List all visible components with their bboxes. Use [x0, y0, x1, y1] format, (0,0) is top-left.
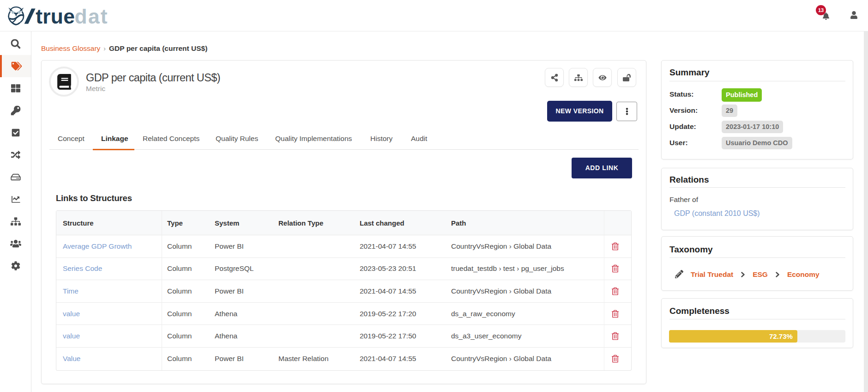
- svg-text:dat: dat: [75, 6, 108, 26]
- svg-text:true: true: [36, 6, 75, 26]
